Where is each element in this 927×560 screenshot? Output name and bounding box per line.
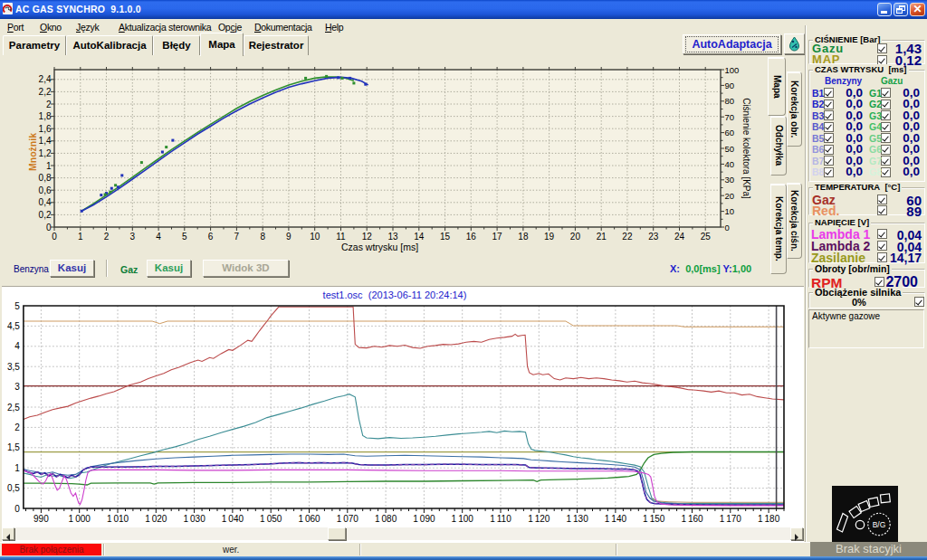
- svg-text:1 150: 1 150: [643, 514, 665, 524]
- svg-text:0,2: 0,2: [39, 210, 52, 220]
- svg-text:16: 16: [466, 232, 477, 242]
- svg-text:4: 4: [156, 232, 161, 242]
- svg-text:20: 20: [570, 232, 581, 242]
- svg-text:24: 24: [674, 232, 685, 242]
- svg-text:60: 60: [725, 128, 735, 138]
- svg-text:9: 9: [286, 232, 291, 242]
- svg-text:3: 3: [14, 382, 20, 392]
- svg-text:4: 4: [14, 341, 20, 351]
- svg-text:20: 20: [725, 191, 735, 201]
- svg-text:1 100: 1 100: [452, 514, 474, 524]
- svg-text:2: 2: [46, 100, 52, 109]
- svg-text:10: 10: [725, 206, 735, 216]
- svg-text:1 140: 1 140: [605, 514, 627, 524]
- svg-text:5: 5: [14, 301, 20, 311]
- svg-text:1 180: 1 180: [758, 514, 780, 524]
- svg-text:90: 90: [725, 81, 735, 90]
- svg-text:1 130: 1 130: [566, 514, 588, 524]
- svg-text:1 160: 1 160: [681, 514, 703, 524]
- svg-text:0: 0: [46, 223, 52, 233]
- svg-text:B/G: B/G: [873, 520, 886, 529]
- svg-text:19: 19: [544, 232, 555, 242]
- svg-text:23: 23: [648, 232, 659, 242]
- svg-text:25: 25: [701, 232, 712, 242]
- svg-text:0,4: 0,4: [39, 197, 52, 207]
- svg-text:2: 2: [104, 232, 110, 242]
- svg-text:1 040: 1 040: [222, 514, 244, 524]
- svg-text:7: 7: [234, 232, 240, 242]
- svg-text:8: 8: [260, 232, 265, 242]
- svg-text:1 080: 1 080: [375, 514, 397, 524]
- svg-text:80: 80: [725, 96, 735, 106]
- svg-text:0,6: 0,6: [39, 185, 52, 195]
- svg-text:1 050: 1 050: [260, 514, 282, 524]
- svg-text:3,5: 3,5: [7, 362, 20, 372]
- svg-text:40: 40: [725, 159, 735, 169]
- svg-text:1 120: 1 120: [528, 514, 550, 524]
- svg-text:10: 10: [310, 232, 320, 242]
- svg-text:1 060: 1 060: [298, 514, 320, 524]
- svg-text:1 110: 1 110: [490, 514, 511, 524]
- svg-text:70: 70: [725, 112, 735, 122]
- svg-text:test1.osc (2013-06-11 20:24:1: test1.osc (2013-06-11 20:24:14): [323, 289, 467, 300]
- svg-text:100: 100: [725, 65, 740, 75]
- svg-text:Ciśnienie kolektora [KPa]: Ciśnienie kolektora [KPa]: [741, 98, 751, 199]
- svg-text:1 030: 1 030: [183, 514, 205, 524]
- svg-text:3: 3: [130, 232, 136, 242]
- svg-text:22: 22: [622, 232, 633, 242]
- svg-text:0,8: 0,8: [39, 173, 52, 183]
- svg-text:1: 1: [46, 161, 52, 171]
- svg-text:21: 21: [597, 232, 607, 242]
- svg-text:0: 0: [52, 232, 57, 242]
- svg-text:1 020: 1 020: [145, 514, 167, 524]
- svg-text:Mnożnik: Mnożnik: [27, 133, 38, 171]
- svg-text:1,4: 1,4: [39, 136, 52, 146]
- svg-text:2: 2: [14, 422, 20, 432]
- svg-text:2,2: 2,2: [39, 87, 52, 97]
- svg-text:1: 1: [14, 463, 20, 473]
- svg-text:1 070: 1 070: [337, 514, 359, 524]
- svg-text:14: 14: [414, 232, 425, 242]
- svg-text:17: 17: [492, 232, 503, 242]
- svg-text:1 000: 1 000: [69, 514, 91, 524]
- svg-text:4,5: 4,5: [7, 321, 20, 331]
- svg-text:11: 11: [336, 232, 346, 242]
- svg-text:6: 6: [208, 232, 214, 242]
- svg-text:2,5: 2,5: [7, 403, 20, 413]
- svg-text:1,5: 1,5: [7, 442, 20, 452]
- svg-text:1 010: 1 010: [107, 514, 129, 524]
- svg-text:18: 18: [518, 232, 529, 242]
- svg-text:1,8: 1,8: [39, 111, 52, 121]
- svg-text:13: 13: [387, 232, 398, 242]
- svg-text:50: 50: [725, 144, 735, 154]
- svg-text:2,4: 2,4: [39, 74, 52, 84]
- svg-text:1 170: 1 170: [720, 514, 742, 524]
- svg-text:12: 12: [362, 232, 373, 242]
- svg-text:30: 30: [725, 175, 735, 185]
- svg-text:0: 0: [14, 504, 20, 514]
- svg-text:0,5: 0,5: [7, 483, 20, 493]
- svg-text:1,6: 1,6: [39, 124, 52, 134]
- svg-text:990: 990: [33, 514, 49, 524]
- svg-text:0: 0: [725, 223, 730, 233]
- svg-text:15: 15: [440, 232, 451, 242]
- svg-text:1: 1: [78, 232, 83, 242]
- svg-text:1 090: 1 090: [413, 514, 435, 524]
- svg-text:1,2: 1,2: [39, 148, 52, 158]
- svg-text:Czas wtrysku [ms]: Czas wtrysku [ms]: [341, 242, 418, 252]
- svg-text:5: 5: [182, 232, 187, 242]
